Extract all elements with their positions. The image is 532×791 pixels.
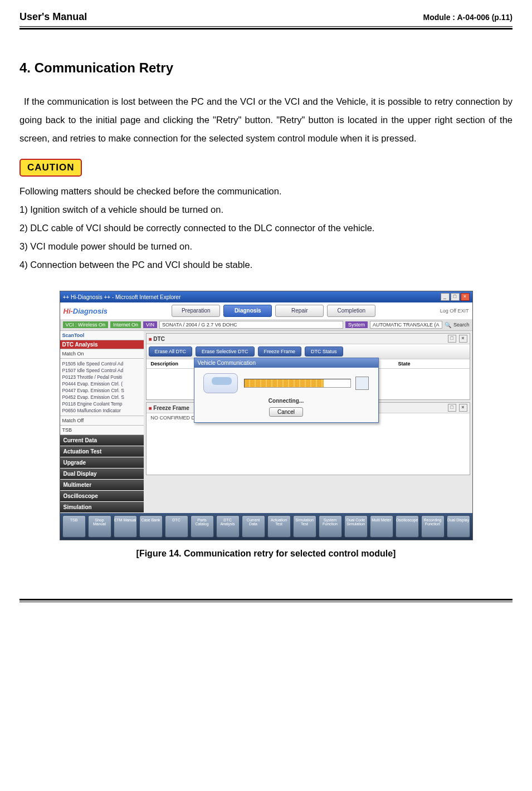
dtc-status-button[interactable]: DTC Status [305,346,343,357]
panel-close-icon[interactable]: × [459,404,467,412]
erase-selective-dtc-button[interactable]: Erase Selective DTC [196,346,255,357]
search-label: Search [453,322,470,328]
top-nav: Preparation Diagnosis Repair Completion [172,305,375,317]
dtc-item[interactable]: P0452 Evap. Emission Ctrl. S [62,394,141,401]
dtc-item[interactable]: P0118 Engine Coolant Temp [62,401,141,407]
dtc-item[interactable]: P0444 Evap. Emission Ctrl. ( [62,380,141,387]
toolbar-dtc-analysis[interactable]: DTC Analysis [216,515,240,538]
toolbar-actuation-test[interactable]: Actuation Test [267,515,291,538]
panel-close-icon[interactable]: × [459,335,467,343]
sidebar-item-dual-display[interactable]: Dual Display [60,468,144,480]
sidebar-dtc-analysis[interactable]: DTC Analysis [60,340,144,349]
toolbar-etm-manual[interactable]: ETM Manual [114,515,137,538]
maximize-icon[interactable]: □ [451,293,460,301]
top-links[interactable]: Log Off EXIT [440,308,469,314]
sidebar-item-actuation-test[interactable]: Actuation Test [60,446,144,457]
sidebar-match-on[interactable]: Match On [60,349,144,359]
car-icon [203,373,238,393]
vin-value: SONATA / 2004 / G 2.7 V6 DOHC [159,321,343,329]
toolbar-shop-manual[interactable]: Shop Manual [88,515,111,538]
dtc-item[interactable]: P0447 Evap. Emission Ctrl. S [62,387,141,394]
sidebar-match-off[interactable]: Match Off [60,416,144,426]
device-icon [355,377,369,390]
nav-diagnosis[interactable]: Diagnosis [223,305,272,317]
toolbar-dual-display[interactable]: Dual Display [447,515,470,538]
rule-thick-top [19,28,513,30]
header-left: User's Manual [19,11,87,23]
toolbar-dual-code-sim[interactable]: Dual Code Simulation [344,515,368,538]
sidebar-dtc-list: P1505 Idle Speed Control Ad P1507 Idle S… [60,359,144,416]
sidebar-tsb[interactable]: TSB [60,426,144,435]
dtc-item[interactable]: P0123 Throttle / Pedal Positi [62,374,141,380]
rule-thin-bottom [19,602,513,602]
close-icon[interactable]: × [461,293,470,301]
rule-thin-top [19,26,513,27]
nav-completion[interactable]: Completion [327,305,375,317]
sidebar-item-upgrade[interactable]: Upgrade [60,457,144,468]
system-value: AUTOMATIC TRANSAXLE (A [370,321,442,329]
toolbar-multimeter[interactable]: Multi Meter [370,515,393,538]
bottom-toolbar: TSB Shop Manual ETM Manual Case Bank DTC… [60,513,472,540]
freeze-frame-button[interactable]: Freeze Frame [258,346,302,357]
panel-expand-icon[interactable]: □ [448,335,456,343]
check-intro: Following matters should be checked befo… [19,182,513,201]
sidebar-item-simulation[interactable]: Simulation [60,502,144,513]
rule-thick-bottom [19,599,513,600]
sidebar-item-oscilloscope[interactable]: Oscilloscope [60,491,144,502]
sidebar-item-current-data[interactable]: Current Data [60,435,144,446]
dialog-title: Vehicle Communication [194,358,378,368]
dialog-status: Connecting... [200,398,373,404]
work-area: ■ DTC □ × Erase All DTC Erase Selective … [144,331,472,513]
body-paragraph: If the communication is lost between the… [19,92,513,148]
caution-badge: CAUTION [19,159,82,177]
sidebar-scantool[interactable]: ScanTool [60,331,144,340]
header-right: Module : A-04-006 (p.11) [423,13,513,22]
erase-all-dtc-button[interactable]: Erase All DTC [149,346,193,357]
sidebar: ScanTool DTC Analysis Match On P1505 Idl… [60,331,144,513]
nav-repair[interactable]: Repair [275,305,324,317]
dtc-item[interactable]: P0650 Malfunction Indicator [62,407,141,414]
info-bar: VCI : Wireless On Internet On VIN SONATA… [60,319,472,331]
toolbar-tsb[interactable]: TSB [62,515,86,538]
progress-bar [244,379,351,388]
minimize-icon[interactable]: _ [441,293,450,301]
sidebar-item-multimeter[interactable]: Multimeter [60,480,144,491]
toolbar-dtc[interactable]: DTC [165,515,188,538]
dtc-col-state: State [394,359,470,368]
vci-status: VCI : Wireless On [63,321,109,328]
cancel-button[interactable]: Cancel [269,407,303,417]
system-label: System [345,321,368,328]
panel-expand-icon[interactable]: □ [448,404,456,412]
section-title: 4. Communication Retry [19,60,513,76]
check-4: 4) Connection between the PC and VCI sho… [19,256,513,274]
toolbar-oscilloscope[interactable]: Oscilloscope [396,515,419,538]
nav-preparation[interactable]: Preparation [172,305,220,317]
toolbar-simulation-test[interactable]: Simulation Test [293,515,316,538]
figure-caption: [Figure 14. Communication retry for sele… [19,549,513,559]
freeze-panel-title: Freeze Frame [153,405,189,411]
dtc-item[interactable]: P1505 Idle Speed Control Ad [62,360,141,367]
screenshot-window: ++ Hi-Diagnosis ++ - Microsoft Internet … [60,291,473,540]
toolbar-case-bank[interactable]: Case Bank [139,515,163,538]
vin-label: VIN [143,321,157,328]
internet-status: Internet On [110,321,141,328]
dtc-panel-title: DTC [153,336,165,342]
check-3: 3) VCI module power should be turned on. [19,237,513,256]
dtc-item[interactable]: P1507 Idle Speed Control Ad [62,367,141,374]
search-icon[interactable]: 🔍 [445,322,451,328]
window-titlebar: ++ Hi-Diagnosis ++ - Microsoft Internet … [60,291,472,302]
window-title: ++ Hi-Diagnosis ++ - Microsoft Internet … [63,294,181,300]
vehicle-communication-dialog: Vehicle Communication Connecting... Canc… [194,358,379,423]
check-1: 1) Ignition switch of a vehicle should b… [19,201,513,219]
toolbar-system-function[interactable]: System Function [319,515,342,538]
check-2: 2) DLC cable of VCI should be correctly … [19,219,513,237]
brand-logo: Hi-Diagnosis [64,307,108,315]
toolbar-recording[interactable]: Recording Function [421,515,445,538]
toolbar-parts-catalog[interactable]: Parts Catalog [191,515,214,538]
toolbar-current-data[interactable]: Current Data [242,515,265,538]
